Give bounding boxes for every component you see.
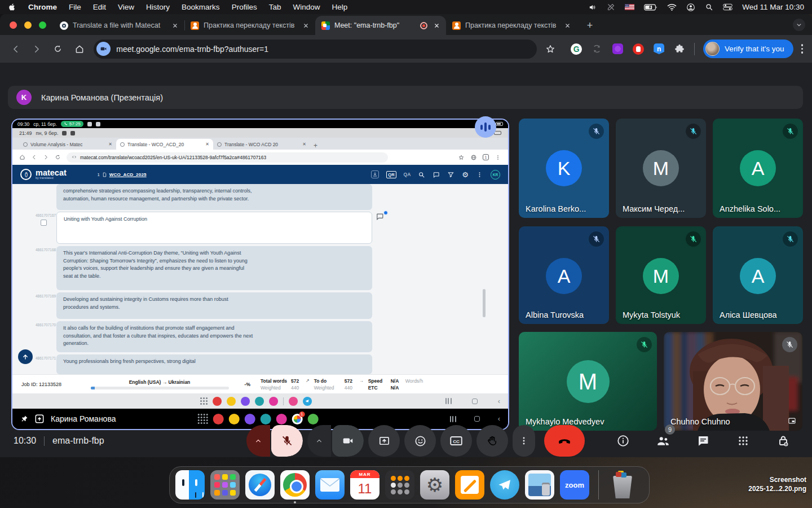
segment-comment-icon[interactable] [376, 212, 387, 224]
menu-tab[interactable]: Tab [269, 3, 281, 11]
language-pair[interactable]: English (USA) → Ukrainian [129, 379, 191, 385]
mic-options-chevron[interactable] [246, 425, 270, 457]
menu-history[interactable]: History [146, 3, 170, 11]
mail-dock-icon[interactable] [315, 470, 345, 500]
close-window-button[interactable] [10, 21, 17, 29]
scrollbar[interactable] [483, 289, 486, 317]
app-icon[interactable] [244, 414, 255, 424]
menu-profiles[interactable]: Profiles [232, 3, 257, 11]
recents-nav-icon[interactable] [445, 398, 452, 404]
control-center-icon[interactable] [723, 3, 732, 11]
inner-reload-button[interactable] [55, 154, 61, 160]
zoom-dock-icon[interactable]: zoom [560, 470, 589, 500]
battery-icon[interactable] [644, 4, 657, 11]
unpin-presentation-icon[interactable] [34, 413, 45, 424]
close-tab-icon[interactable]: ✕ [205, 142, 209, 147]
scroll-to-top-button[interactable] [18, 349, 33, 364]
camera-options-chevron[interactable] [307, 425, 331, 457]
close-tab-icon[interactable]: ✕ [302, 142, 306, 147]
shared-screen-tile[interactable]: 09:30 ср, 11 бер. 57:25 60% [11, 119, 509, 430]
url-text[interactable]: meet.google.com/ema-trnb-fbp?authuser=1 [116, 45, 268, 54]
new-tab-button[interactable]: + [582, 18, 597, 33]
comments-icon[interactable] [433, 171, 440, 178]
tab-matecat[interactable]: Translate a file with Matecat [54, 16, 184, 35]
people-button[interactable]: 9 [650, 428, 676, 454]
participant-tile[interactable]: A Anzhelika Solo... [713, 119, 803, 218]
app-icon[interactable] [213, 414, 223, 424]
matecat-current-file[interactable]: 1 WCO_ACD_2025 [98, 172, 147, 178]
verify-profile-button[interactable]: Verify that it's you [703, 40, 793, 58]
app-icon[interactable] [213, 397, 222, 406]
present-button[interactable] [368, 425, 400, 457]
apple-logo-icon[interactable] [8, 2, 16, 12]
address-bar[interactable]: meet.google.com/ema-trnb-fbp?authuser=1 [94, 40, 537, 59]
inner-bookmark-star-icon[interactable] [458, 154, 465, 161]
screenshot-file-label[interactable]: Screenshot 2025-12...2.20.png [748, 475, 806, 493]
inner-tab-volume-analysis[interactable]: Volume Analysis - Matec ✕ [19, 139, 116, 150]
close-tab-icon[interactable] [301, 21, 310, 30]
close-tab-icon[interactable] [432, 21, 441, 30]
search-icon[interactable] [418, 171, 425, 178]
close-tab-icon[interactable] [170, 21, 179, 30]
matecat-logo[interactable]: (ʹ) matecat by translated [20, 169, 67, 180]
sidecar-disabled-icon[interactable] [607, 3, 615, 11]
app-icon[interactable] [269, 397, 278, 406]
inner-back-button[interactable] [31, 154, 37, 160]
presenting-banner[interactable]: K Карина Романова (Презентація) [8, 86, 803, 109]
calendar-app-icon[interactable] [260, 414, 271, 424]
telegram-dock-icon[interactable] [490, 470, 519, 500]
raise-hand-button[interactable] [476, 425, 508, 457]
inner-forward-button[interactable] [43, 154, 49, 160]
segment-checkbox[interactable] [41, 220, 47, 226]
menu-bar-clock[interactable]: Wed 11 Mar 10:30 [742, 3, 804, 11]
app-icon[interactable] [307, 414, 318, 424]
home-nav-icon[interactable] [474, 416, 480, 422]
inner-new-tab-button[interactable]: + [314, 142, 317, 150]
home-button[interactable] [73, 42, 86, 56]
tab-meet-active[interactable]: Meet: "ema-trnb-fbp" [315, 16, 446, 35]
app-icon[interactable] [289, 397, 298, 406]
inner-tab-count-button[interactable]: 1 [483, 154, 489, 160]
recents-nav-icon[interactable] [450, 416, 456, 422]
bookmark-star-icon[interactable] [545, 43, 556, 55]
calculator-dock-icon[interactable] [385, 470, 414, 500]
more-options-button[interactable] [513, 425, 535, 457]
camera-on-button[interactable] [332, 425, 364, 457]
segment-row-active[interactable]: Uniting with Youth Against Corruption [56, 212, 372, 244]
preview-dock-icon[interactable] [525, 470, 554, 500]
finder-dock-icon[interactable] [175, 470, 205, 500]
participant-tile[interactable]: K Karolina Berko... [519, 119, 609, 218]
ongoing-call-pill[interactable]: 57:25 [61, 121, 83, 127]
settings-gear-icon[interactable]: ⚙ [462, 170, 469, 179]
close-tab-icon[interactable] [563, 21, 572, 30]
wifi-icon[interactable] [667, 3, 677, 11]
chat-button[interactable] [690, 428, 716, 454]
inner-tab-translate-active[interactable]: Translate - WCO_ACD_20 ✕ [116, 139, 213, 150]
activities-button[interactable] [730, 428, 756, 454]
matecat-user-avatar[interactable]: KR [491, 170, 500, 179]
segment-row[interactable]: This year's International Anti-Corruptio… [56, 246, 372, 290]
grammarly-extension-icon[interactable]: G [570, 43, 582, 55]
participant-tile[interactable]: M Mykyta Tolstyuk [616, 226, 706, 324]
forward-button[interactable] [30, 42, 44, 56]
meet-camera-site-icon[interactable] [96, 42, 111, 56]
back-nav-icon[interactable]: ‹ [498, 398, 500, 404]
app-icon[interactable] [227, 397, 236, 406]
inner-address-bar[interactable]: matecat.com/translate/wcoacd2025/en-US-u… [67, 152, 388, 163]
mic-button-group[interactable] [246, 425, 303, 457]
menu-help[interactable]: Help [332, 3, 347, 11]
back-nav-icon[interactable]: ‹ [498, 416, 500, 422]
nordpass-extension-icon[interactable]: n [653, 43, 665, 55]
pages-dock-icon[interactable] [455, 470, 484, 500]
mic-muted-button[interactable] [271, 425, 303, 457]
telegram-icon[interactable] [303, 397, 312, 406]
user-account-icon[interactable] [686, 3, 695, 12]
calendar-dock-icon[interactable]: MAR 11 [350, 470, 379, 500]
menu-bookmarks[interactable]: Bookmarks [182, 3, 220, 11]
menu-view[interactable]: View [118, 3, 134, 11]
meeting-details-button[interactable] [610, 428, 636, 454]
qr-button[interactable]: QR [386, 171, 396, 178]
safari-dock-icon[interactable] [245, 470, 275, 500]
chrome-dock-icon[interactable] [280, 470, 310, 500]
camera-button-group[interactable] [307, 425, 364, 457]
